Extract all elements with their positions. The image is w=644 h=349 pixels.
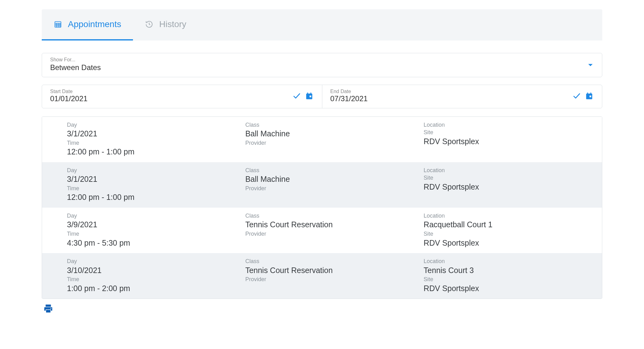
cell-label: Provider xyxy=(245,230,419,238)
svg-rect-9 xyxy=(307,92,308,94)
cell-label: Time xyxy=(67,276,240,283)
svg-rect-8 xyxy=(310,96,311,97)
end-date-actions xyxy=(572,91,594,101)
cell-day-time: Day3/1/2021Time12:00 pm - 1:00 pm xyxy=(67,121,245,157)
tab-label: History xyxy=(159,19,186,29)
cell-location-site: LocationTennis Court 3SiteRDV Sportsplex xyxy=(424,257,602,294)
cell-label: Location xyxy=(424,121,597,129)
show-for-value: Between Dates xyxy=(50,63,594,72)
svg-rect-15 xyxy=(46,305,51,307)
cell-value: 3/9/2021 xyxy=(67,219,240,230)
appointments-list: Day3/1/2021Time12:00 pm - 1:00 pmClassBa… xyxy=(42,116,602,299)
cell-day-time: Day3/10/2021Time1:00 pm - 2:00 pm xyxy=(67,257,245,294)
row-gutter xyxy=(42,167,67,203)
cell-value: 3/1/2021 xyxy=(67,129,240,139)
calendar-grid-icon xyxy=(54,20,62,29)
cell-value: RDV Sportsplex xyxy=(424,136,597,147)
check-icon[interactable] xyxy=(292,91,301,101)
cell-class-provider: ClassBall MachineProvider xyxy=(245,167,424,203)
row-gutter xyxy=(42,121,67,157)
cell-value: 1:00 pm - 2:00 pm xyxy=(67,283,240,294)
chevron-down-icon xyxy=(588,64,593,66)
cell-label: Class xyxy=(245,212,419,219)
table-row[interactable]: Day3/9/2021Time4:30 pm - 5:30 pmClassTen… xyxy=(42,208,602,253)
cell-label: Location xyxy=(424,257,597,265)
end-date-label: End Date xyxy=(330,89,572,94)
cell-label: Provider xyxy=(245,185,419,192)
svg-rect-7 xyxy=(306,93,312,99)
cell-label: Day xyxy=(67,121,240,129)
svg-rect-14 xyxy=(590,92,591,94)
cell-location-site: LocationSiteRDV Sportsplex xyxy=(424,121,602,157)
cell-class-provider: ClassTennis Court ReservationProvider xyxy=(245,212,424,248)
svg-rect-11 xyxy=(586,93,592,99)
cell-day-time: Day3/9/2021Time4:30 pm - 5:30 pm xyxy=(67,212,245,248)
table-row[interactable]: Day3/1/2021Time12:00 pm - 1:00 pmClassBa… xyxy=(42,117,602,162)
table-row[interactable]: Day3/1/2021Time12:00 pm - 1:00 pmClassBa… xyxy=(42,162,602,208)
start-date-value: 01/01/2021 xyxy=(50,94,292,103)
cell-label: Time xyxy=(67,185,240,192)
cell-class-provider: ClassBall MachineProvider xyxy=(245,121,424,157)
svg-rect-16 xyxy=(46,310,50,313)
cell-value: Ball Machine xyxy=(245,174,419,185)
show-for-label: Show For... xyxy=(50,57,594,63)
cell-label: Time xyxy=(67,230,240,238)
cell-value: 4:30 pm - 5:30 pm xyxy=(67,238,240,248)
date-range-row: Start Date 01/01/2021 xyxy=(42,85,602,108)
cell-value: Tennis Court Reservation xyxy=(245,219,419,230)
row-gutter xyxy=(42,212,67,248)
cell-class-provider: ClassTennis Court ReservationProvider xyxy=(245,257,424,294)
cell-value: 12:00 pm - 1:00 pm xyxy=(67,147,240,157)
cell-label: Day xyxy=(67,257,240,265)
tab-label: Appointments xyxy=(68,19,121,29)
cell-value: RDV Sportsplex xyxy=(424,283,597,294)
check-icon[interactable] xyxy=(572,91,581,101)
row-gutter xyxy=(42,257,67,294)
cell-label: Class xyxy=(245,167,419,174)
cell-value: 3/1/2021 xyxy=(67,174,240,185)
cell-label: Provider xyxy=(245,276,419,283)
page-container: Appointments History Show For... Between… xyxy=(42,9,602,315)
cell-label: Provider xyxy=(245,139,419,147)
show-for-select[interactable]: Show For... Between Dates xyxy=(42,53,602,77)
print-row xyxy=(42,303,602,315)
table-row[interactable]: Day3/10/2021Time1:00 pm - 2:00 pmClassTe… xyxy=(42,253,602,299)
print-button[interactable] xyxy=(43,303,54,314)
calendar-icon[interactable] xyxy=(305,91,314,101)
cell-day-time: Day3/1/2021Time12:00 pm - 1:00 pm xyxy=(67,167,245,203)
cell-label: Site xyxy=(424,129,597,136)
cell-location-site: LocationRacquetball Court 1SiteRDV Sport… xyxy=(424,212,602,248)
end-date-field[interactable]: End Date 07/31/2021 xyxy=(322,85,602,108)
cell-value: Tennis Court 3 xyxy=(424,265,597,276)
cell-value: RDV Sportsplex xyxy=(424,238,597,248)
cell-value: 3/10/2021 xyxy=(67,265,240,276)
cell-label: Class xyxy=(245,257,419,265)
cell-value: RDV Sportsplex xyxy=(424,182,597,192)
history-icon xyxy=(145,20,154,29)
tab-bar: Appointments History xyxy=(42,9,602,40)
svg-rect-13 xyxy=(587,92,588,94)
cell-label: Location xyxy=(424,212,597,219)
tab-history[interactable]: History xyxy=(133,9,198,40)
cell-value: Tennis Court Reservation xyxy=(245,265,419,276)
end-date-value: 07/31/2021 xyxy=(330,94,572,103)
cell-label: Day xyxy=(67,212,240,219)
cell-label: Site xyxy=(424,230,597,238)
cell-label: Day xyxy=(67,167,240,174)
cell-value: 12:00 pm - 1:00 pm xyxy=(67,192,240,203)
cell-label: Site xyxy=(424,276,597,283)
svg-point-17 xyxy=(50,308,51,309)
svg-rect-12 xyxy=(590,96,591,97)
start-date-field[interactable]: Start Date 01/01/2021 xyxy=(42,85,322,108)
calendar-icon[interactable] xyxy=(585,91,594,101)
tab-appointments[interactable]: Appointments xyxy=(42,9,133,40)
cell-label: Class xyxy=(245,121,419,129)
cell-label: Time xyxy=(67,139,240,147)
cell-location-site: LocationSiteRDV Sportsplex xyxy=(424,167,602,203)
cell-value: Ball Machine xyxy=(245,129,419,139)
start-date-label: Start Date xyxy=(50,89,292,94)
cell-label: Location xyxy=(424,167,597,174)
start-date-actions xyxy=(292,91,314,101)
cell-label: Site xyxy=(424,174,597,182)
cell-value: Racquetball Court 1 xyxy=(424,219,597,230)
